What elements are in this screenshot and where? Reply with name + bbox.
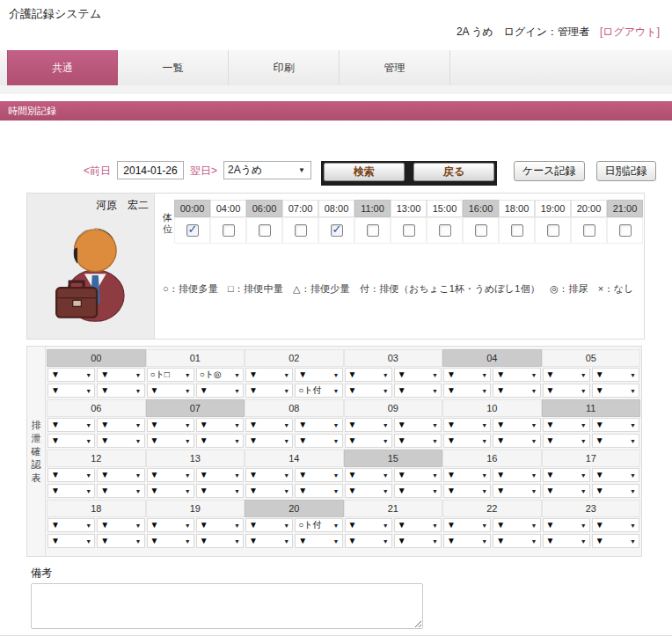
excretion-select-h18-r1-c1[interactable]: ▼ — [97, 534, 144, 548]
excretion-select-h04-r1-c1[interactable]: ▼ — [493, 384, 540, 398]
excretion-select-h23-r0-c1[interactable]: ▼ — [592, 518, 639, 532]
excretion-select-h06-r1-c1[interactable]: ▼ — [97, 434, 144, 448]
excretion-select-h22-r1-c0[interactable]: ▼ — [443, 534, 491, 548]
excretion-select-h14-r1-c1[interactable]: ▼ — [295, 484, 342, 498]
excretion-select-h12-r1-c0[interactable]: ▼ — [47, 484, 95, 498]
excretion-select-h08-r1-c1[interactable]: ▼ — [295, 434, 342, 448]
excretion-select-h12-r0-c1[interactable]: ▼ — [97, 468, 144, 482]
excretion-select-h06-r1-c0[interactable]: ▼ — [47, 434, 95, 448]
excretion-select-h19-r1-c1[interactable]: ▼ — [196, 534, 244, 548]
excretion-select-h14-r0-c1[interactable]: ▼ — [295, 468, 342, 482]
remarks-textarea[interactable] — [31, 583, 423, 629]
excretion-select-h07-r0-c0[interactable]: ▼ — [147, 418, 194, 432]
position-checkbox-08:00[interactable] — [331, 224, 343, 237]
excretion-select-h17-r0-c1[interactable]: ▼ — [592, 468, 639, 482]
position-checkbox-13:00[interactable] — [403, 224, 415, 237]
excretion-select-h04-r0-c0[interactable]: ▼ — [443, 368, 491, 382]
excretion-select-h17-r0-c0[interactable]: ▼ — [543, 468, 590, 482]
excretion-select-h19-r0-c0[interactable]: ▼ — [147, 518, 194, 532]
tab-admin[interactable]: 管理 — [340, 50, 450, 85]
excretion-select-h09-r1-c1[interactable]: ▼ — [394, 434, 442, 448]
excretion-select-h17-r1-c1[interactable]: ▼ — [592, 484, 639, 498]
excretion-select-h21-r1-c0[interactable]: ▼ — [345, 534, 392, 548]
excretion-select-h16-r1-c1[interactable]: ▼ — [493, 484, 540, 498]
excretion-select-h07-r0-c1[interactable]: ▼ — [196, 418, 244, 432]
excretion-select-h12-r0-c0[interactable]: ▼ — [47, 468, 95, 482]
resident-select[interactable]: 2Aうめ ▼ — [223, 161, 311, 179]
excretion-select-h01-r0-c0[interactable]: ○ト□ — [147, 368, 194, 382]
position-checkbox-11:00[interactable] — [367, 224, 379, 237]
excretion-select-h10-r0-c1[interactable]: ▼ — [493, 418, 540, 432]
excretion-select-h07-r1-c0[interactable]: ▼ — [147, 434, 194, 448]
excretion-select-h19-r0-c1[interactable]: ▼ — [196, 518, 244, 532]
excretion-select-h04-r0-c1[interactable]: ▼ — [493, 368, 540, 382]
excretion-select-h20-r0-c0[interactable]: ▼ — [245, 518, 293, 532]
excretion-select-h15-r0-c1[interactable]: ▼ — [394, 468, 442, 482]
position-checkbox-04:00[interactable] — [223, 224, 235, 237]
excretion-select-h00-r0-c0[interactable]: ▼ — [47, 368, 95, 382]
position-checkbox-16:00[interactable] — [475, 224, 487, 237]
excretion-select-h06-r0-c0[interactable]: ▼ — [47, 418, 95, 432]
excretion-select-h11-r1-c1[interactable]: ▼ — [592, 434, 639, 448]
excretion-select-h14-r0-c0[interactable]: ▼ — [245, 468, 293, 482]
excretion-select-h01-r0-c1[interactable]: ○ト◎ — [196, 368, 244, 382]
position-checkbox-20:00[interactable] — [583, 224, 595, 237]
excretion-select-h22-r0-c1[interactable]: ▼ — [493, 518, 540, 532]
excretion-select-h22-r1-c1[interactable]: ▼ — [493, 534, 540, 548]
excretion-select-h16-r0-c0[interactable]: ▼ — [443, 468, 491, 482]
excretion-select-h03-r1-c0[interactable]: ▼ — [345, 384, 392, 398]
excretion-select-h13-r0-c0[interactable]: ▼ — [147, 468, 194, 482]
excretion-select-h08-r0-c0[interactable]: ▼ — [245, 418, 293, 432]
excretion-select-h00-r0-c1[interactable]: ▼ — [97, 368, 144, 382]
excretion-select-h05-r0-c0[interactable]: ▼ — [543, 368, 590, 382]
excretion-select-h09-r1-c0[interactable]: ▼ — [345, 434, 392, 448]
excretion-select-h14-r1-c0[interactable]: ▼ — [245, 484, 293, 498]
excretion-select-h23-r0-c0[interactable]: ▼ — [543, 518, 590, 532]
excretion-select-h15-r1-c1[interactable]: ▼ — [394, 484, 442, 498]
excretion-select-h21-r0-c1[interactable]: ▼ — [394, 518, 442, 532]
excretion-select-h21-r1-c1[interactable]: ▼ — [394, 534, 442, 548]
excretion-select-h13-r0-c1[interactable]: ▼ — [196, 468, 244, 482]
excretion-select-h03-r0-c1[interactable]: ▼ — [394, 368, 442, 382]
position-checkbox-00:00[interactable] — [186, 224, 199, 237]
excretion-select-h18-r0-c1[interactable]: ▼ — [97, 518, 144, 532]
excretion-select-h17-r1-c0[interactable]: ▼ — [543, 484, 590, 498]
tab-print[interactable]: 印刷 — [229, 50, 340, 85]
excretion-select-h11-r0-c1[interactable]: ▼ — [592, 418, 639, 432]
excretion-select-h02-r1-c1[interactable]: ○ト付 — [295, 384, 342, 398]
excretion-select-h20-r1-c0[interactable]: ▼ — [245, 534, 293, 548]
excretion-select-h05-r0-c1[interactable]: ▼ — [592, 368, 639, 382]
excretion-select-h03-r1-c1[interactable]: ▼ — [394, 384, 442, 398]
excretion-select-h03-r0-c0[interactable]: ▼ — [345, 368, 392, 382]
tab-common[interactable]: 共通 — [7, 50, 118, 85]
excretion-select-h16-r1-c0[interactable]: ▼ — [443, 484, 491, 498]
excretion-select-h08-r0-c1[interactable]: ▼ — [295, 418, 342, 432]
excretion-select-h04-r1-c0[interactable]: ▼ — [443, 384, 491, 398]
excretion-select-h10-r1-c0[interactable]: ▼ — [443, 434, 491, 448]
excretion-select-h13-r1-c1[interactable]: ▼ — [196, 484, 244, 498]
excretion-select-h05-r1-c1[interactable]: ▼ — [592, 384, 639, 398]
excretion-select-h10-r0-c0[interactable]: ▼ — [443, 418, 491, 432]
position-checkbox-18:00[interactable] — [511, 224, 523, 237]
position-checkbox-15:00[interactable] — [439, 224, 451, 237]
excretion-select-h21-r0-c0[interactable]: ▼ — [345, 518, 392, 532]
excretion-select-h00-r1-c0[interactable]: ▼ — [47, 384, 95, 398]
excretion-select-h15-r0-c0[interactable]: ▼ — [345, 468, 392, 482]
excretion-select-h00-r1-c1[interactable]: ▼ — [97, 384, 144, 398]
excretion-select-h07-r1-c1[interactable]: ▼ — [196, 434, 244, 448]
excretion-select-h18-r0-c0[interactable]: ▼ — [47, 518, 95, 532]
next-day-link[interactable]: 翌日> — [190, 161, 217, 180]
case-record-button[interactable]: ケース記録 — [514, 161, 585, 181]
excretion-select-h20-r0-c1[interactable]: ○ト付 — [295, 518, 342, 532]
excretion-select-h16-r0-c1[interactable]: ▼ — [493, 468, 540, 482]
prev-day-link[interactable]: <前日 — [84, 161, 111, 180]
excretion-select-h19-r1-c0[interactable]: ▼ — [147, 534, 194, 548]
excretion-select-h01-r1-c1[interactable]: ▼ — [196, 384, 244, 398]
excretion-select-h11-r0-c0[interactable]: ▼ — [543, 418, 590, 432]
excretion-select-h12-r1-c1[interactable]: ▼ — [97, 484, 144, 498]
position-checkbox-19:00[interactable] — [547, 224, 559, 237]
tab-list[interactable]: 一覧 — [118, 50, 229, 85]
excretion-select-h02-r1-c0[interactable]: ▼ — [245, 384, 293, 398]
excretion-select-h23-r1-c1[interactable]: ▼ — [592, 534, 639, 548]
excretion-select-h23-r1-c0[interactable]: ▼ — [543, 534, 590, 548]
